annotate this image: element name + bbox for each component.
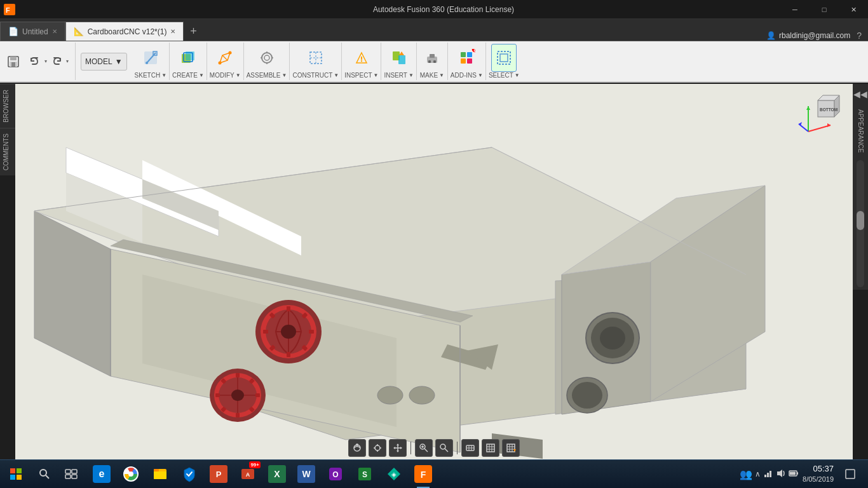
create-arrow-icon: ▼	[199, 72, 204, 78]
notification-button[interactable]	[837, 460, 863, 489]
svg-rect-5	[11, 62, 15, 67]
taskbar-app-security[interactable]	[175, 460, 203, 489]
svg-text:S: S	[362, 470, 367, 479]
user-avatar-icon: 👤	[766, 31, 776, 40]
insert-label[interactable]: INSERT ▼	[384, 72, 413, 79]
svg-text:⚙: ⚙	[473, 49, 475, 53]
taskbar-app-diamond[interactable]: ◈	[380, 460, 408, 489]
modify-button[interactable]	[212, 44, 238, 72]
undo-button[interactable]	[25, 48, 44, 76]
orbit-tool[interactable]	[348, 439, 366, 457]
construct-label[interactable]: CONSTRUCT ▼	[292, 72, 339, 79]
appearance-scrollbar[interactable]	[857, 160, 864, 287]
toolbar-section-inspect: INSPECT ▼	[342, 43, 381, 80]
taskbar-app-ppt[interactable]: P	[205, 460, 233, 489]
taskbar-app-word[interactable]: W	[292, 460, 320, 489]
close-button[interactable]: ✕	[839, 0, 868, 19]
zoom-region-tool[interactable]	[415, 439, 433, 457]
sketch-button[interactable]	[138, 44, 163, 72]
svg-rect-146	[65, 470, 71, 473]
insert-button[interactable]	[386, 44, 412, 72]
save-button[interactable]	[4, 48, 23, 76]
svg-rect-74	[255, 393, 260, 397]
volume-icon[interactable]	[776, 468, 786, 480]
make-button[interactable]	[419, 44, 445, 72]
taskbar-app-excel[interactable]: X	[263, 460, 291, 489]
sidebar-collapse-button[interactable]: ◀◀	[851, 84, 868, 104]
svg-point-25	[361, 60, 362, 62]
select-arrow-icon: ▼	[515, 72, 520, 78]
redo-button[interactable]	[47, 48, 66, 76]
people-icon[interactable]: 👥	[740, 468, 752, 480]
start-button[interactable]	[0, 460, 32, 489]
comments-tab[interactable]: COMMENTS	[0, 128, 15, 175]
taskbar-app-chrome[interactable]	[117, 460, 145, 489]
appearance-label[interactable]: APPEARANCE	[855, 104, 867, 158]
battery-icon[interactable]	[789, 468, 799, 480]
user-email: rbaldinig@gmail.com	[779, 31, 850, 40]
make-icons	[419, 44, 445, 72]
redo-dropdown-arrow[interactable]: ▾	[66, 58, 69, 64]
sketch-label[interactable]: SKETCH ▼	[135, 72, 166, 79]
construct-icons	[303, 44, 329, 72]
pan-tool[interactable]	[389, 439, 407, 457]
assemble-button[interactable]	[254, 44, 280, 72]
svg-line-145	[46, 475, 49, 478]
show-hidden-icon[interactable]: ∧	[755, 470, 761, 478]
select-button[interactable]	[491, 44, 517, 72]
model-selector[interactable]: MODEL ▼	[81, 53, 127, 71]
svg-rect-40	[500, 54, 508, 62]
tab-untitled-label: Untitled	[22, 27, 48, 36]
grid-settings-tool[interactable]	[502, 439, 520, 457]
svg-point-88	[600, 327, 625, 349]
svg-point-144	[40, 470, 46, 476]
inspect-button[interactable]	[349, 44, 374, 72]
svg-point-16	[264, 55, 269, 60]
display-tool[interactable]	[461, 439, 479, 457]
maximize-button[interactable]: □	[810, 0, 839, 19]
new-tab-button[interactable]: +	[184, 22, 203, 41]
help-button[interactable]: ?	[857, 30, 862, 41]
svg-point-110	[375, 445, 380, 451]
taskbar-search-button[interactable]	[32, 460, 57, 489]
browser-tab[interactable]: BROWSER	[0, 84, 15, 128]
svg-rect-165	[764, 475, 766, 477]
tab-untitled[interactable]: 📄 Untitled ✕	[0, 22, 65, 41]
inspect-label[interactable]: INSPECT ▼	[344, 72, 378, 79]
svg-rect-170	[797, 472, 798, 475]
inspect-arrow-icon: ▼	[374, 72, 379, 78]
modify-label[interactable]: MODIFY ▼	[210, 72, 241, 79]
create-button[interactable]	[175, 44, 201, 72]
svg-point-109	[356, 444, 358, 446]
addins-button[interactable]: ⚙	[454, 44, 479, 72]
taskbar-app-badge[interactable]: A 99+	[234, 460, 262, 489]
addins-label[interactable]: ADD-INS ▼	[451, 72, 483, 79]
grid-tool[interactable]	[482, 439, 499, 457]
network-icon[interactable]	[763, 468, 773, 480]
zoom-tool[interactable]	[435, 439, 453, 457]
select-label[interactable]: SELECT ▼	[489, 72, 520, 79]
model-3d-view	[15, 84, 853, 459]
tab-cardboard[interactable]: 📐 CardboardCNC v12*(1) ✕	[65, 22, 184, 41]
taskbar-app-s[interactable]: S	[351, 460, 379, 489]
tab-cardboard-label: CardboardCNC v12*(1)	[88, 27, 167, 36]
tab-cardboard-close[interactable]: ✕	[170, 28, 175, 35]
toolbar-section-sketch: SKETCH ▼	[132, 43, 170, 80]
taskbar-app-explorer[interactable]	[146, 460, 174, 489]
create-label[interactable]: CREATE ▼	[172, 72, 204, 79]
taskbar-app-edge[interactable]: e	[88, 460, 116, 489]
taskbar-task-view[interactable]	[57, 460, 85, 489]
fit-tool[interactable]	[369, 439, 386, 457]
construct-button[interactable]	[303, 44, 329, 72]
tab-untitled-close[interactable]: ✕	[52, 28, 57, 35]
viewcube[interactable]: BOTTOM	[796, 87, 846, 138]
make-label[interactable]: MAKE ▼	[420, 72, 444, 79]
assemble-label[interactable]: ASSEMBLE ▼	[247, 72, 287, 79]
svg-rect-60	[309, 330, 314, 334]
taskbar-app-teams[interactable]: O	[322, 460, 349, 489]
svg-rect-32	[433, 60, 436, 63]
toolbar-section-construct: CONSTRUCT ▼	[290, 43, 342, 80]
taskbar-app-fusion[interactable]: F	[409, 460, 437, 489]
minimize-button[interactable]: ─	[780, 0, 810, 19]
viewport[interactable]: BOTTOM	[15, 84, 853, 459]
